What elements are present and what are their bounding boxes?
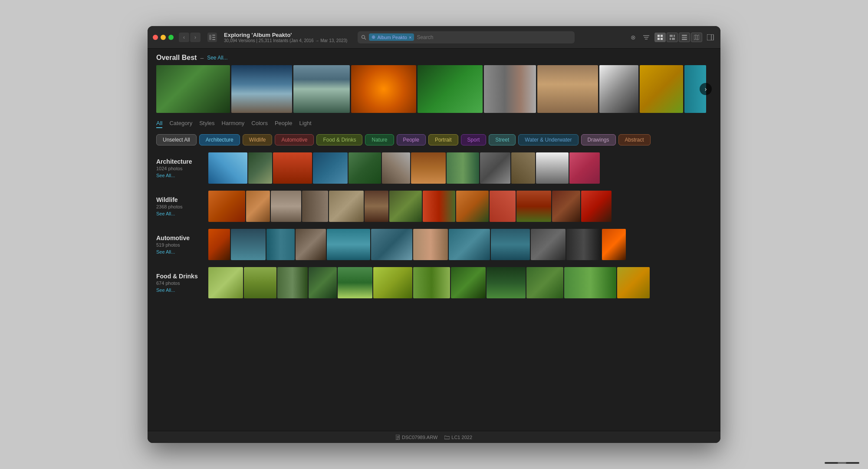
arch-photo-9[interactable]	[480, 152, 510, 184]
pill-portrait[interactable]: Portrait	[428, 134, 458, 145]
food-photo-7[interactable]	[413, 267, 450, 298]
tab-harmony[interactable]: Harmony	[222, 120, 245, 128]
wildlife-see-all[interactable]: See All...	[156, 211, 203, 216]
wild-photo-7[interactable]	[389, 191, 422, 222]
wild-photo-10[interactable]	[490, 191, 516, 222]
food-photo-5[interactable]	[338, 267, 372, 298]
hero-photo-6[interactable]	[484, 65, 536, 113]
food-photo-4[interactable]	[309, 267, 337, 298]
auto-photo-8[interactable]	[449, 229, 490, 260]
food-photo-11[interactable]	[564, 267, 616, 298]
wild-photo-5[interactable]	[329, 191, 364, 222]
pill-wildlife[interactable]: Wildlife	[243, 134, 273, 145]
arch-photo-6[interactable]	[382, 152, 410, 184]
view-grid-button[interactable]	[654, 33, 666, 42]
tab-people[interactable]: People	[275, 120, 292, 128]
food-photo-3[interactable]	[277, 267, 308, 298]
auto-photo-4[interactable]	[296, 229, 326, 260]
wild-photo-11[interactable]	[516, 191, 551, 222]
wild-photo-3[interactable]	[271, 191, 301, 222]
arch-photo-12[interactable]	[569, 152, 600, 184]
automotive-see-all[interactable]: See All...	[156, 249, 203, 254]
arch-photo-3[interactable]	[273, 152, 312, 184]
auto-photo-10[interactable]	[531, 229, 566, 260]
close-button[interactable]	[153, 35, 158, 40]
hero-photo-8[interactable]	[599, 65, 638, 113]
overall-see-all-link[interactable]: See All...	[207, 55, 227, 61]
food-photo-2[interactable]	[244, 267, 276, 298]
wild-photo-9[interactable]	[456, 191, 489, 222]
pill-street[interactable]: Street	[489, 134, 516, 145]
auto-photo-7[interactable]	[413, 229, 448, 260]
pill-nature[interactable]: Nature	[365, 134, 394, 145]
arch-photo-2[interactable]	[248, 152, 272, 184]
food-photo-6[interactable]	[373, 267, 412, 298]
food-photo-10[interactable]	[526, 267, 563, 298]
wild-photo-8[interactable]	[423, 191, 455, 222]
food-photo-1[interactable]	[208, 267, 243, 298]
view-map-button[interactable]	[691, 33, 702, 42]
auto-photo-3[interactable]	[266, 229, 295, 260]
wild-photo-13[interactable]	[581, 191, 612, 222]
search-input[interactable]	[417, 34, 571, 40]
back-button[interactable]: ‹	[179, 33, 189, 42]
pill-abstract[interactable]: Abstract	[618, 134, 651, 145]
arch-photo-4[interactable]	[313, 152, 348, 184]
album-tag-close[interactable]: ×	[409, 35, 411, 40]
pill-sport[interactable]: Sport	[461, 134, 487, 145]
food-photo-9[interactable]	[487, 267, 526, 298]
auto-photo-1[interactable]	[208, 229, 230, 260]
tab-light[interactable]: Light	[299, 120, 311, 128]
wild-photo-2[interactable]	[246, 191, 270, 222]
hero-photo-2[interactable]	[231, 65, 292, 113]
filter-button[interactable]	[641, 33, 651, 42]
tab-colors[interactable]: Colors	[251, 120, 268, 128]
search-tag[interactable]: ⊕ Album Peakto ×	[369, 33, 414, 41]
auto-photo-11[interactable]	[566, 229, 601, 260]
food-photo-8[interactable]	[451, 267, 486, 298]
tab-all[interactable]: All	[156, 120, 162, 128]
view-list-button[interactable]	[679, 33, 690, 42]
auto-photo-6[interactable]	[371, 229, 412, 260]
search-bar[interactable]: ⊕ Album Peakto ×	[358, 31, 575, 43]
auto-photo-2[interactable]	[231, 229, 266, 260]
view-mosaic-button[interactable]	[667, 33, 678, 42]
sidebar-toggle-button[interactable]	[207, 33, 217, 42]
wild-photo-6[interactable]	[365, 191, 388, 222]
pill-architecture[interactable]: Architecture	[199, 134, 240, 145]
tab-category[interactable]: Category	[169, 120, 192, 128]
pill-water-underwater[interactable]: Water & Underwater	[518, 134, 578, 145]
arch-photo-1[interactable]	[208, 152, 247, 184]
auto-photo-9[interactable]	[491, 229, 530, 260]
hero-photo-3[interactable]	[293, 65, 350, 113]
architecture-see-all[interactable]: See All...	[156, 173, 203, 178]
forward-button[interactable]: ›	[190, 33, 201, 42]
arch-photo-8[interactable]	[447, 152, 479, 184]
hero-next-button[interactable]: ›	[700, 83, 712, 95]
arch-photo-5[interactable]	[349, 152, 381, 184]
pill-food-drinks[interactable]: Food & Drinks	[316, 134, 362, 145]
sidebar-right-button[interactable]	[706, 33, 715, 42]
hero-photo-4[interactable]	[351, 65, 416, 113]
clear-search-button[interactable]: ⊗	[628, 33, 638, 42]
arch-photo-7[interactable]	[411, 152, 446, 184]
pill-people[interactable]: People	[397, 134, 426, 145]
pill-unselect-all[interactable]: Unselect All	[156, 134, 197, 145]
auto-photo-5[interactable]	[327, 229, 370, 260]
hero-photo-1[interactable]	[156, 65, 230, 113]
food-see-all[interactable]: See All...	[156, 287, 203, 293]
wild-photo-12[interactable]	[552, 191, 580, 222]
auto-photo-12[interactable]	[602, 229, 626, 260]
hero-photo-7[interactable]	[537, 65, 598, 113]
wild-photo-4[interactable]	[302, 191, 328, 222]
maximize-button[interactable]	[168, 35, 174, 40]
wild-photo-1[interactable]	[208, 191, 245, 222]
arch-photo-10[interactable]	[511, 152, 535, 184]
tab-styles[interactable]: Styles	[199, 120, 214, 128]
pill-automotive[interactable]: Automotive	[275, 134, 314, 145]
arch-photo-11[interactable]	[536, 152, 569, 184]
hero-photo-5[interactable]	[418, 65, 483, 113]
hero-photo-9[interactable]	[640, 65, 683, 113]
pill-drawings[interactable]: Drawings	[581, 134, 616, 145]
food-photo-12[interactable]	[617, 267, 650, 298]
